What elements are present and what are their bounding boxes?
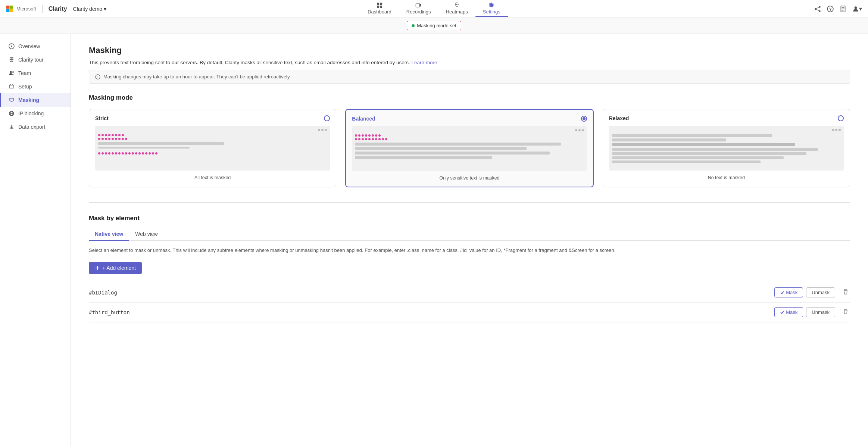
toast-message: Masking mode set (407, 21, 461, 30)
masking-card-relaxed[interactable]: Relaxed No text is masked (603, 109, 850, 187)
element-name-1: #third_button (89, 309, 768, 315)
tab-heatmaps[interactable]: Heatmaps (438, 1, 475, 17)
help-icon-btn[interactable]: ? (827, 6, 834, 12)
svg-line-15 (817, 9, 819, 10)
heatmaps-icon (454, 2, 460, 8)
svg-rect-6 (377, 6, 379, 8)
trash-icon (843, 309, 849, 315)
mask-label-0: Mask (786, 290, 797, 295)
share-icon-btn[interactable] (814, 6, 821, 12)
svg-text:?: ? (829, 7, 831, 11)
section-divider (89, 202, 850, 203)
app-name: Clarity (49, 6, 67, 12)
recordings-icon (416, 2, 422, 8)
element-tabs: Native view Web view (89, 228, 850, 241)
tab-native-view-label: Native view (95, 231, 123, 237)
main-content: Masking This prevents text from being se… (71, 34, 868, 446)
project-selector[interactable]: Clarity demo ▾ (73, 6, 107, 12)
tab-dashboard[interactable]: Dashboard (360, 1, 399, 17)
masking-card-strict[interactable]: Strict (89, 109, 336, 187)
sidebar-item-setup[interactable]: Setup (0, 80, 71, 93)
svg-point-25 (10, 71, 12, 73)
svg-point-24 (11, 46, 12, 47)
tab-settings[interactable]: Settings (475, 1, 508, 17)
settings-icon (488, 2, 494, 8)
svg-rect-8 (416, 3, 420, 7)
element-row: #bIDialog Mask Unmask (89, 283, 850, 303)
radio-strict (324, 115, 330, 121)
unmask-button-0[interactable]: Unmask (806, 287, 835, 297)
card-title-relaxed: Relaxed (609, 115, 629, 121)
masking-mode-cards: Strict (89, 109, 850, 187)
team-icon (9, 70, 15, 76)
user-avatar-btn[interactable]: ▾ (852, 5, 862, 12)
masking-mode-title: Masking mode (89, 94, 850, 102)
svg-text:i: i (97, 75, 98, 79)
brand-divider (42, 5, 43, 13)
nav-right-icons: ? ▾ (814, 5, 862, 12)
svg-rect-4 (377, 3, 379, 5)
mask-button-0[interactable]: Mask (774, 287, 803, 297)
card-label-strict: All text is masked (95, 175, 330, 180)
project-name: Clarity demo (73, 6, 103, 12)
tab-web-view[interactable]: Web view (129, 228, 163, 241)
learn-more-link[interactable]: Learn more (411, 60, 437, 65)
add-element-button[interactable]: + Add element (89, 262, 142, 274)
sidebar-item-clarity-tour[interactable]: Clarity tour (0, 53, 71, 66)
unmask-button-1[interactable]: Unmask (806, 307, 835, 317)
svg-rect-7 (380, 6, 382, 8)
masking-icon (9, 97, 15, 103)
tab-native-view[interactable]: Native view (89, 228, 129, 241)
mask-label-1: Mask (786, 309, 797, 315)
sidebar-label-data-export: Data export (18, 124, 45, 130)
card-header-balanced: Balanced (352, 116, 587, 122)
svg-point-13 (819, 10, 821, 12)
overview-icon (9, 43, 15, 49)
delete-button-1[interactable] (841, 307, 850, 318)
svg-rect-3 (10, 9, 13, 12)
sidebar-item-team[interactable]: Team (0, 66, 71, 80)
plus-icon (95, 265, 100, 271)
ip-blocking-icon (9, 110, 15, 116)
chevron-down-icon: ▾ (104, 6, 106, 12)
masking-card-balanced[interactable]: Balanced (345, 109, 593, 187)
sidebar-item-ip-blocking[interactable]: IP blocking (0, 107, 71, 120)
sidebar-item-data-export[interactable]: Data export (0, 120, 71, 134)
info-banner-text: Masking changes may take up to an hour t… (103, 74, 291, 79)
svg-point-22 (855, 6, 857, 9)
tab-recordings[interactable]: Recordings (399, 1, 438, 17)
data-export-icon (9, 124, 15, 130)
svg-rect-27 (9, 85, 14, 88)
user-chevron-icon: ▾ (859, 5, 862, 12)
card-title-strict: Strict (95, 115, 109, 121)
page-description: This prevents text from being sent to ou… (89, 60, 850, 65)
delete-button-0[interactable] (841, 287, 850, 298)
document-icon (840, 6, 846, 12)
sidebar-label-masking: Masking (18, 97, 39, 103)
page-desc-text: This prevents text from being sent to ou… (89, 60, 410, 65)
page-title: Masking (89, 46, 850, 55)
checkmark-icon (780, 310, 784, 315)
ms-label: Microsoft (16, 6, 36, 12)
dashboard-icon (377, 2, 383, 8)
mask-button-1[interactable]: Mask (774, 307, 803, 317)
toast-text: Masking mode set (417, 23, 456, 28)
tab-dashboard-label: Dashboard (368, 9, 391, 15)
doc-icon-btn[interactable] (840, 6, 846, 12)
element-actions-1: Mask Unmask (774, 307, 835, 317)
sidebar-label-clarity-tour: Clarity tour (18, 57, 44, 63)
trash-icon (843, 289, 849, 295)
clarity-tour-icon (9, 57, 15, 63)
unmask-label-1: Unmask (812, 309, 830, 315)
svg-point-11 (819, 6, 821, 8)
card-header-relaxed: Relaxed (609, 115, 844, 121)
element-list: #bIDialog Mask Unmask #third_button (89, 283, 850, 322)
sidebar-item-masking[interactable]: Masking (0, 93, 71, 107)
sidebar-item-overview[interactable]: Overview (0, 40, 71, 53)
avatar-icon (852, 6, 859, 12)
element-name-0: #bIDialog (89, 290, 768, 296)
ms-logo-icon (6, 5, 13, 13)
svg-point-10 (456, 4, 458, 5)
top-nav: Microsoft Clarity Clarity demo ▾ Dashboa… (0, 0, 868, 18)
share-icon (814, 6, 821, 12)
